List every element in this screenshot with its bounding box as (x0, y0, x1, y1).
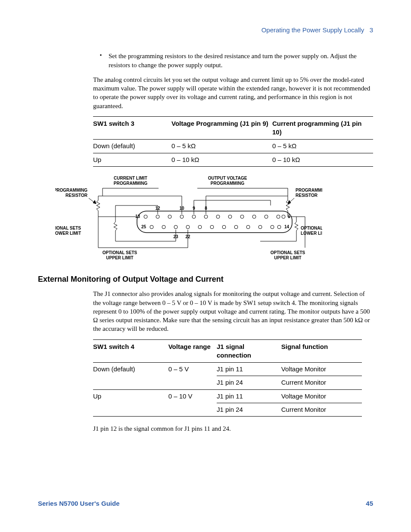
svg-point-13 (282, 215, 285, 218)
svg-point-6 (204, 215, 208, 218)
svg-point-4 (180, 215, 184, 218)
col-header: J1 signal connection (217, 339, 281, 363)
svg-point-16 (174, 225, 177, 229)
body-paragraph: J1 pin 12 is the signal common for J1 pi… (93, 424, 373, 433)
bullet-icon: • (93, 52, 109, 69)
pin-row-bottom (150, 225, 281, 229)
pin-label: 25 (141, 224, 146, 229)
table-row: Down (default) 0 – 5 kΩ 0 – 5 kΩ (93, 140, 373, 153)
cell: Down (default) (93, 140, 171, 153)
table-row: Up 0 – 10 kΩ 0 – 10 kΩ (93, 153, 373, 166)
svg-point-24 (271, 225, 274, 229)
page-number: 45 (366, 499, 373, 508)
label-upper-limit: UPPER LIMIT (274, 255, 301, 260)
svg-point-5 (192, 215, 196, 218)
pin-row-top (144, 215, 285, 218)
svg-rect-0 (137, 211, 292, 233)
footer-title: Series N5700 User's Guide (38, 499, 120, 508)
table-row: Down (default) 0 – 5 V J1 pin 11 Voltage… (93, 363, 362, 376)
svg-point-19 (210, 225, 214, 229)
cell: Up (93, 153, 171, 166)
table-sw1-switch4: SW1 switch 4 Voltage range J1 signal con… (93, 339, 362, 417)
pin-label: 14 (284, 224, 290, 229)
cell: 0 – 10 V (168, 389, 217, 417)
svg-point-17 (186, 225, 190, 229)
svg-point-7 (216, 215, 220, 218)
cell: Current Monitor (281, 376, 362, 389)
label-lower-limit: LOWER LIMIT (55, 231, 81, 236)
chapter-number: 3 (370, 26, 373, 34)
label-upper-limit: UPPER LIMIT (106, 255, 133, 260)
label-current-limit: CURRENT LIMIT (114, 176, 147, 180)
col-header: Voltage Programming (J1 pin 9) (171, 116, 272, 140)
col-header: SW1 switch 3 (93, 116, 171, 140)
table-row: Up 0 – 10 V J1 pin 11 Voltage Monitor (93, 389, 362, 403)
cell: 0 – 5 kΩ (272, 140, 373, 153)
svg-point-12 (277, 215, 280, 218)
cell: 0 – 10 kΩ (272, 153, 373, 166)
svg-point-15 (162, 225, 165, 229)
bullet-item: • Set the programming resistors to the d… (93, 52, 373, 69)
svg-point-23 (258, 225, 262, 229)
cell: Down (default) (93, 363, 168, 390)
svg-point-10 (252, 215, 256, 218)
cell: Voltage Monitor (281, 363, 362, 376)
svg-point-14 (150, 225, 153, 229)
body-paragraph: The J1 connector also provides analog si… (93, 289, 373, 333)
col-header: Signal function (281, 339, 362, 363)
svg-point-1 (144, 215, 147, 218)
svg-point-2 (156, 215, 159, 218)
label-programming: PROGRAMMING (114, 181, 148, 186)
table-sw1-switch3: SW1 switch 3 Voltage Programming (J1 pin… (93, 116, 373, 167)
running-header: Operating the Power Supply Locally 3 (38, 26, 373, 34)
label-optional-upper: OPTIONAL SETS (103, 250, 137, 255)
label-programming: PROGRAMMING (211, 181, 245, 186)
label-lower-limit: LOWER LIMIT (301, 231, 322, 236)
svg-point-8 (228, 215, 232, 218)
cell: J1 pin 24 (217, 376, 281, 389)
cell: 0 – 10 kΩ (171, 153, 272, 166)
cell: 0 – 5 V (168, 363, 217, 390)
cell: Up (93, 389, 168, 417)
svg-marker-29 (93, 200, 96, 204)
svg-point-22 (246, 225, 250, 229)
cell: J1 pin 11 (217, 389, 281, 403)
cell: Current Monitor (281, 403, 362, 416)
svg-point-3 (168, 215, 171, 218)
heading-external-monitoring: External Monitoring of Output Voltage an… (38, 274, 373, 284)
svg-point-18 (198, 225, 202, 229)
label-programming-resistor: PROGRAMMING (296, 188, 322, 193)
label-optional-lower: OPTIONAL SETS (55, 226, 81, 230)
cell: 0 – 5 kΩ (171, 140, 272, 153)
label-optional-upper: OPTIONAL SETS (271, 250, 305, 255)
connector-diagram: CURRENT LIMIT PROGRAMMING OUTPUT VOLTAGE… (55, 174, 373, 263)
label-output-voltage: OUTPUT VOLTAGE (208, 176, 247, 180)
bullet-text: Set the programming resistors to the des… (109, 52, 373, 69)
col-header: SW1 switch 4 (93, 339, 168, 363)
svg-point-9 (240, 215, 244, 218)
cell: Voltage Monitor (281, 389, 362, 403)
col-header: Current programming (J1 pin 10) (272, 116, 373, 140)
page-footer: Series N5700 User's Guide 45 (38, 499, 373, 508)
label-optional-lower: OPTIONAL SETS (301, 226, 322, 230)
svg-point-25 (277, 225, 281, 229)
svg-point-20 (222, 225, 226, 229)
label-programming-resistor: PROGRAMMING (55, 188, 87, 193)
label-resistor: RESISTOR (296, 193, 318, 198)
svg-point-11 (265, 215, 268, 218)
label-resistor: RESISTOR (65, 193, 88, 198)
section-title: Operating the Power Supply Locally (262, 26, 364, 34)
body-paragraph: The analog control circuits let you set … (93, 75, 373, 110)
col-header: Voltage range (168, 339, 217, 363)
cell: J1 pin 24 (217, 403, 281, 416)
cell: J1 pin 11 (217, 363, 281, 376)
svg-point-21 (234, 225, 238, 229)
